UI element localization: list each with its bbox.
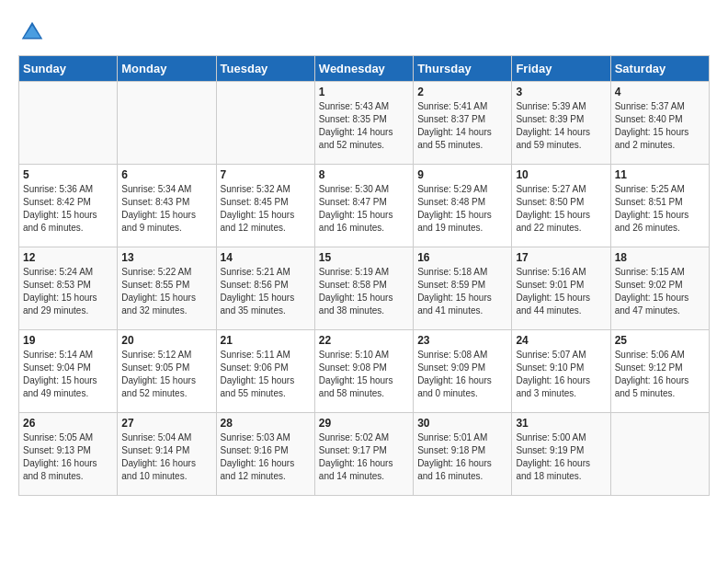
calendar-cell: 29Sunrise: 5:02 AM Sunset: 9:17 PM Dayli… [314,413,413,496]
day-number: 1 [319,86,409,98]
day-number: 28 [221,417,311,430]
calendar-cell: 19Sunrise: 5:14 AM Sunset: 9:04 PM Dayli… [19,330,118,413]
calendar-cell: 28Sunrise: 5:03 AM Sunset: 9:16 PM Dayli… [216,413,314,496]
calendar-cell: 9Sunrise: 5:29 AM Sunset: 8:48 PM Daylig… [414,165,512,247]
day-info: Sunrise: 5:19 AM Sunset: 8:58 PM Dayligh… [319,266,409,317]
calendar-cell: 30Sunrise: 5:01 AM Sunset: 9:18 PM Dayli… [414,413,512,496]
day-header-thursday: Thursday [414,56,512,82]
day-info: Sunrise: 5:01 AM Sunset: 9:18 PM Dayligh… [417,431,507,483]
day-info: Sunrise: 5:43 AM Sunset: 8:35 PM Dayligh… [319,100,409,152]
day-number: 26 [23,417,113,430]
calendar-cell: 14Sunrise: 5:21 AM Sunset: 8:56 PM Dayli… [216,247,314,330]
day-number: 5 [23,168,113,181]
day-info: Sunrise: 5:41 AM Sunset: 8:37 PM Dayligh… [417,100,507,152]
day-info: Sunrise: 5:08 AM Sunset: 9:09 PM Dayligh… [417,349,507,400]
day-info: Sunrise: 5:04 AM Sunset: 9:14 PM Dayligh… [121,431,211,483]
day-number: 8 [319,168,409,181]
day-number: 3 [516,86,606,98]
calendar-cell [216,82,314,165]
page-header [18,18,710,46]
day-number: 18 [615,251,705,264]
day-number: 17 [516,251,606,264]
day-info: Sunrise: 5:18 AM Sunset: 8:59 PM Dayligh… [417,266,507,317]
day-info: Sunrise: 5:25 AM Sunset: 8:51 PM Dayligh… [615,183,705,235]
day-number: 4 [615,86,705,98]
day-info: Sunrise: 5:00 AM Sunset: 9:19 PM Dayligh… [516,431,606,483]
day-info: Sunrise: 5:16 AM Sunset: 9:01 PM Dayligh… [516,266,606,317]
day-number: 25 [615,334,705,347]
day-info: Sunrise: 5:37 AM Sunset: 8:40 PM Dayligh… [615,100,705,152]
day-info: Sunrise: 5:34 AM Sunset: 8:43 PM Dayligh… [121,183,211,235]
day-info: Sunrise: 5:03 AM Sunset: 9:16 PM Dayligh… [221,431,311,483]
calendar-week-5: 26Sunrise: 5:05 AM Sunset: 9:13 PM Dayli… [19,413,710,496]
day-info: Sunrise: 5:32 AM Sunset: 8:45 PM Dayligh… [221,183,311,235]
day-number: 14 [221,251,311,264]
calendar-week-3: 12Sunrise: 5:24 AM Sunset: 8:53 PM Dayli… [19,247,710,330]
day-info: Sunrise: 5:15 AM Sunset: 9:02 PM Dayligh… [615,266,705,317]
calendar-cell: 1Sunrise: 5:43 AM Sunset: 8:35 PM Daylig… [314,82,413,165]
day-header-tuesday: Tuesday [216,56,314,82]
calendar-cell: 17Sunrise: 5:16 AM Sunset: 9:01 PM Dayli… [512,247,610,330]
calendar-cell: 13Sunrise: 5:22 AM Sunset: 8:55 PM Dayli… [118,247,216,330]
calendar-table: SundayMondayTuesdayWednesdayThursdayFrid… [18,55,710,496]
day-number: 20 [121,334,211,347]
day-number: 27 [121,417,211,430]
day-number: 21 [221,334,311,347]
day-number: 22 [319,334,409,347]
day-number: 2 [417,86,507,98]
day-number: 7 [221,168,311,181]
calendar-cell: 24Sunrise: 5:07 AM Sunset: 9:10 PM Dayli… [512,330,610,413]
day-number: 23 [417,334,507,347]
day-info: Sunrise: 5:24 AM Sunset: 8:53 PM Dayligh… [23,266,113,317]
calendar-cell: 22Sunrise: 5:10 AM Sunset: 9:08 PM Dayli… [314,330,413,413]
calendar-cell: 18Sunrise: 5:15 AM Sunset: 9:02 PM Dayli… [610,247,709,330]
calendar-cell: 25Sunrise: 5:06 AM Sunset: 9:12 PM Dayli… [610,330,709,413]
calendar-cell: 26Sunrise: 5:05 AM Sunset: 9:13 PM Dayli… [19,413,118,496]
calendar-week-1: 1Sunrise: 5:43 AM Sunset: 8:35 PM Daylig… [19,82,710,165]
day-info: Sunrise: 5:11 AM Sunset: 9:06 PM Dayligh… [221,349,311,400]
day-info: Sunrise: 5:22 AM Sunset: 8:55 PM Dayligh… [121,266,211,317]
day-number: 15 [319,251,409,264]
calendar-cell: 27Sunrise: 5:04 AM Sunset: 9:14 PM Dayli… [118,413,216,496]
calendar-week-2: 5Sunrise: 5:36 AM Sunset: 8:42 PM Daylig… [19,165,710,247]
calendar-cell: 8Sunrise: 5:30 AM Sunset: 8:47 PM Daylig… [314,165,413,247]
day-info: Sunrise: 5:05 AM Sunset: 9:13 PM Dayligh… [23,431,113,483]
day-info: Sunrise: 5:14 AM Sunset: 9:04 PM Dayligh… [23,349,113,400]
day-number: 29 [319,417,409,430]
day-number: 16 [417,251,507,264]
day-header-sunday: Sunday [19,56,118,82]
calendar-week-4: 19Sunrise: 5:14 AM Sunset: 9:04 PM Dayli… [19,330,710,413]
day-info: Sunrise: 5:36 AM Sunset: 8:42 PM Dayligh… [23,183,113,235]
calendar-cell [118,82,216,165]
day-number: 19 [23,334,113,347]
day-info: Sunrise: 5:29 AM Sunset: 8:48 PM Dayligh… [417,183,507,235]
day-info: Sunrise: 5:27 AM Sunset: 8:50 PM Dayligh… [516,183,606,235]
day-header-friday: Friday [512,56,610,82]
calendar-cell: 20Sunrise: 5:12 AM Sunset: 9:05 PM Dayli… [118,330,216,413]
day-number: 6 [121,168,211,181]
day-header-monday: Monday [118,56,216,82]
calendar-cell: 31Sunrise: 5:00 AM Sunset: 9:19 PM Dayli… [512,413,610,496]
calendar-cell: 11Sunrise: 5:25 AM Sunset: 8:51 PM Dayli… [610,165,709,247]
day-header-wednesday: Wednesday [314,56,413,82]
calendar-cell: 12Sunrise: 5:24 AM Sunset: 8:53 PM Dayli… [19,247,118,330]
day-info: Sunrise: 5:12 AM Sunset: 9:05 PM Dayligh… [121,349,211,400]
calendar-cell [19,82,118,165]
calendar-header: SundayMondayTuesdayWednesdayThursdayFrid… [19,56,710,82]
day-header-saturday: Saturday [610,56,709,82]
calendar-cell: 7Sunrise: 5:32 AM Sunset: 8:45 PM Daylig… [216,165,314,247]
calendar-cell: 3Sunrise: 5:39 AM Sunset: 8:39 PM Daylig… [512,82,610,165]
day-number: 31 [516,417,606,430]
calendar-cell: 10Sunrise: 5:27 AM Sunset: 8:50 PM Dayli… [512,165,610,247]
calendar-cell: 4Sunrise: 5:37 AM Sunset: 8:40 PM Daylig… [610,82,709,165]
calendar-cell: 2Sunrise: 5:41 AM Sunset: 8:37 PM Daylig… [414,82,512,165]
calendar-cell: 23Sunrise: 5:08 AM Sunset: 9:09 PM Dayli… [414,330,512,413]
day-number: 11 [615,168,705,181]
logo [18,18,50,46]
calendar-cell: 21Sunrise: 5:11 AM Sunset: 9:06 PM Dayli… [216,330,314,413]
day-number: 30 [417,417,507,430]
day-info: Sunrise: 5:10 AM Sunset: 9:08 PM Dayligh… [319,349,409,400]
day-info: Sunrise: 5:07 AM Sunset: 9:10 PM Dayligh… [516,349,606,400]
day-info: Sunrise: 5:02 AM Sunset: 9:17 PM Dayligh… [319,431,409,483]
calendar-cell [610,413,709,496]
